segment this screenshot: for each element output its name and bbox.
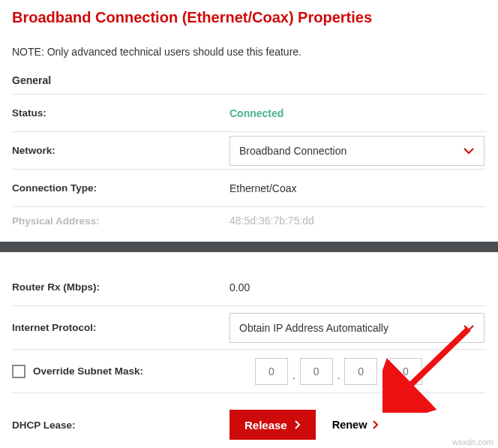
subnet-octet-2[interactable] — [300, 358, 333, 385]
label-router-rx: Router Rx (Mbps): — [12, 281, 230, 293]
note-text: NOTE: Only advanced technical users shou… — [12, 46, 486, 58]
subnet-octet-3[interactable] — [344, 358, 377, 385]
row-connection-type: Connection Type: Ethernet/Coax — [12, 170, 486, 207]
label-network: Network: — [12, 145, 230, 156]
section-header-general: General — [12, 74, 486, 95]
router-rx-value: 0.00 — [230, 281, 486, 293]
row-override-subnet: Override Subnet Mask: . . . — [12, 350, 486, 393]
renew-button[interactable]: Renew — [332, 419, 380, 431]
chevron-right-icon — [373, 420, 379, 429]
subnet-octet-4[interactable] — [389, 358, 422, 385]
row-dhcp-lease: DHCP Lease: Release Renew — [12, 393, 486, 440]
row-network: Network: Broadband Connection — [12, 132, 486, 170]
dot-separator: . — [382, 370, 385, 381]
dot-separator: . — [292, 370, 296, 381]
internet-protocol-value: Obtain IP Address Automatically — [239, 322, 388, 334]
label-physical-address: Physical Address: — [12, 215, 230, 227]
chevron-down-icon — [463, 146, 475, 155]
renew-button-label: Renew — [332, 419, 368, 431]
row-status: Status: Connected — [12, 95, 486, 132]
dot-separator: . — [338, 370, 340, 381]
connection-type-value: Ethernet/Coax — [230, 182, 486, 194]
label-dhcp-lease: DHCP Lease: — [12, 419, 230, 431]
row-internet-protocol: Internet Protocol: Obtain IP Address Aut… — [12, 306, 486, 350]
watermark: wsxdn.com — [452, 437, 494, 446]
label-status: Status: — [12, 107, 230, 119]
status-value: Connected — [230, 107, 284, 119]
section-divider — [0, 242, 498, 252]
subnet-octet-1[interactable] — [255, 358, 288, 385]
release-button-label: Release — [244, 419, 287, 431]
chevron-down-icon — [463, 323, 475, 332]
page-title: Broadband Connection (Ethernet/Coax) Pro… — [12, 9, 486, 26]
label-internet-protocol: Internet Protocol: — [12, 322, 230, 333]
network-select-value: Broadband Connection — [239, 145, 346, 157]
release-button[interactable]: Release — [230, 410, 316, 440]
network-select[interactable]: Broadband Connection — [230, 136, 484, 166]
internet-protocol-select[interactable]: Obtain IP Address Automatically — [230, 313, 484, 343]
label-override-subnet: Override Subnet Mask: — [33, 365, 143, 377]
row-physical-address: Physical Address: 48:5d:36:7b:75:dd — [12, 207, 486, 234]
physical-address-value: 48:5d:36:7b:75:dd — [230, 215, 486, 227]
label-connection-type: Connection Type: — [12, 182, 230, 194]
row-router-rx: Router Rx (Mbps): 0.00 — [12, 269, 486, 306]
chevron-right-icon — [295, 420, 301, 429]
override-subnet-checkbox[interactable] — [12, 365, 26, 378]
